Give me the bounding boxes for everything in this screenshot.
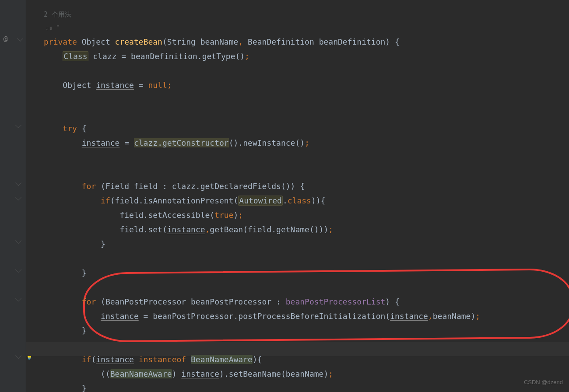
code-line: Object instance = null; <box>44 78 569 92</box>
fold-marker-icon[interactable] <box>15 353 21 359</box>
code-line <box>44 107 569 121</box>
usages-hint[interactable]: 2 个用法 <box>44 9 569 20</box>
code-line: instance = clazz.getConstructor().newIns… <box>44 136 569 150</box>
annotation-icon: @ <box>4 32 8 46</box>
code-line: instance = beanPostProcessor.postProcess… <box>44 309 569 323</box>
override-indicator-icon[interactable]: ⇩⇩ ˅ <box>44 22 60 34</box>
editor-gutter: @ 💡 <box>0 0 26 392</box>
code-line: } <box>44 381 569 392</box>
fold-marker-icon[interactable] <box>15 266 21 273</box>
fold-marker-icon[interactable] <box>15 194 21 200</box>
fold-marker-icon[interactable] <box>15 238 21 244</box>
code-line <box>44 251 569 266</box>
code-line: private Object createBean(String beanNam… <box>44 35 569 49</box>
fold-marker-icon[interactable] <box>15 180 21 186</box>
fold-marker-icon[interactable] <box>17 35 23 42</box>
code-editor[interactable]: 2 个用法 ⇩⇩ ˅ private Object createBean(Str… <box>26 0 569 392</box>
code-line: ((BeanNameAware) instance).setBeanName(b… <box>44 367 569 381</box>
code-line: field.setAccessible(true); <box>44 208 569 222</box>
code-line: for (BeanPostProcessor beanPostProcessor… <box>44 294 569 309</box>
code-line: field.set(instance,getBean(field.getName… <box>44 222 569 237</box>
code-line <box>44 164 569 179</box>
code-line: } <box>44 237 569 251</box>
code-line: Class clazz = beanDefinition.getType(); <box>44 49 569 63</box>
code-line: try { <box>44 121 569 136</box>
code-line <box>44 92 569 107</box>
code-line: if(instance instanceof BeanNameAware){ <box>44 352 569 367</box>
fold-marker-icon[interactable] <box>15 122 21 128</box>
code-line <box>44 280 569 294</box>
fold-marker-icon[interactable] <box>15 295 21 301</box>
code-line <box>44 63 569 78</box>
code-line: } <box>44 323 569 338</box>
code-line <box>44 150 569 164</box>
code-line: } <box>44 266 569 280</box>
code-line: if(field.isAnnotationPresent(Autowired.c… <box>44 193 569 208</box>
code-line: for (Field field : clazz.getDeclaredFiel… <box>44 179 569 193</box>
